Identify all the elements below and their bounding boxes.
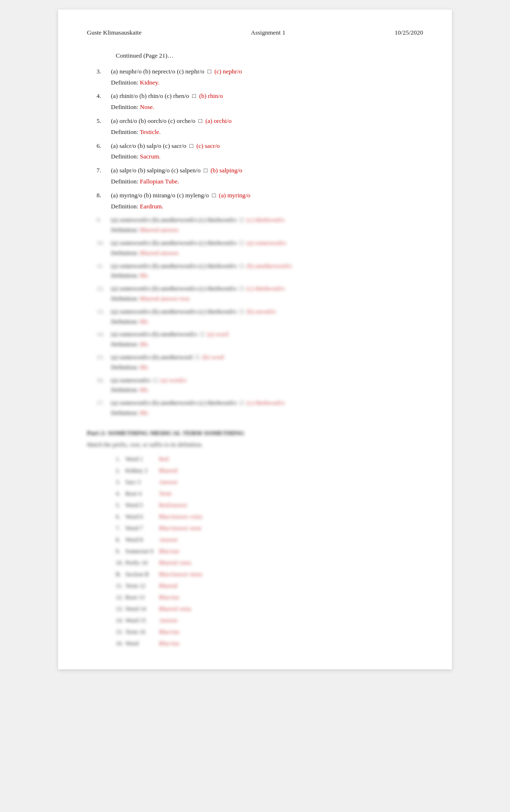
q3-text: (a) neuphr/o (b) neprect/o (c) nephr/o □… (111, 67, 423, 77)
q3-body: (a) neuphr/o (b) neprect/o (c) nephr/o □… (111, 67, 423, 88)
q5-def-answer: Testicle. (140, 128, 161, 135)
submission-date: 10/25/2020 (395, 29, 423, 36)
q11-def: Definition: Blr. (111, 271, 423, 281)
q9-def: Definition: Blurred answer. (111, 225, 423, 235)
blurred-q14: 14. (a) someword/o (b) anotherword/o □ (… (87, 329, 423, 350)
q16-def: Definition: Blr. (111, 385, 423, 395)
q8-number: 8. (97, 191, 111, 212)
section2-subtitle: Match the prefix, root, or suffix to its… (87, 440, 423, 449)
q13-body: (a) someword/o (b) anotherword/o (c) thi… (111, 307, 423, 327)
blurred-q12: 12. (a) someword/o (b) anotherword/o (c)… (87, 284, 423, 304)
q9-body: (a) someword/o (b) anotherword/o (c) thi… (111, 215, 423, 235)
list-item-11: 11. Term 12 Blurred (116, 581, 423, 591)
q8-answer: (a) myring/o (219, 192, 250, 199)
list-item-1: 1. Word 1 Red (116, 454, 423, 464)
q10-text: (a) someword/o (b) anotherword/o (c) thi… (111, 238, 423, 248)
list-item-10: 10. Prefix 10 Blurred extra (116, 558, 423, 568)
blurred-questions: 9. (a) someword/o (b) anotherword/o (c) … (87, 215, 423, 418)
list-item-15: 15. Term 16 BlurAns (116, 627, 423, 637)
list-item-4: 4. Root 4 Term (116, 489, 423, 498)
q17-body: (a) someword/o (b) anotherword/o (c) thi… (111, 398, 423, 418)
q6-def-answer: Sacrum. (140, 153, 160, 160)
q6-body: (a) salcr/o (b) salp/o (c) sacr/o □ (c) … (111, 141, 423, 162)
list-item-12: 12. Root 13 BlurAns (116, 593, 423, 602)
q5-number: 5. (97, 116, 111, 137)
q10-number: 10. (97, 238, 111, 258)
q10-def: Definition: Blurred answer. (111, 248, 423, 258)
q17-text: (a) someword/o (b) anotherword/o (c) thi… (111, 398, 423, 408)
blurred-q11: 11. (a) someword/o (b) anotherword/o (c)… (87, 261, 423, 281)
q12-text: (a) someword/o (b) anotherword/o (c) thi… (111, 284, 423, 294)
q16-text: (a) someword/o □ (a) word/o (111, 376, 423, 386)
q8-def-answer: Eardrum. (140, 203, 163, 210)
question-3: 3. (a) neuphr/o (b) neprect/o (c) nephr/… (87, 67, 423, 88)
page-content: Continued (Page 21)… 3. (a) neuphr/o (b)… (87, 51, 423, 648)
q17-def: Definition: Blr. (111, 408, 423, 418)
list-item-6: 6. Word 6 BlurAnswer extra (116, 512, 423, 521)
list-item-3: 3. Sacr 3 Answer (116, 477, 423, 487)
q12-body: (a) someword/o (b) anotherword/o (c) thi… (111, 284, 423, 304)
q15-body: (a) someword/o (b) anotherword □ (b) wor… (111, 352, 423, 373)
list-item-7: 7. Word 7 BlurAnswer term (116, 523, 423, 533)
q9-number: 9. (97, 215, 111, 235)
q6-text: (a) salcr/o (b) salp/o (c) sacr/o □ (c) … (111, 141, 423, 151)
list-item-8: 8. Word 8 Answer (116, 535, 423, 545)
blurred-q13: 13. (a) someword/o (b) anotherword/o (c)… (87, 307, 423, 327)
blurred-q16: 16. (a) someword/o □ (a) word/o Definiti… (87, 376, 423, 396)
list-item-5: 5. Word 5 RedAnswer (116, 500, 423, 510)
q8-body: (a) myring/o (b) mirang/o (c) myleng/o □… (111, 191, 423, 212)
blurred-q17: 17. (a) someword/o (b) anotherword/o (c)… (87, 398, 423, 418)
q14-number: 14. (97, 329, 111, 350)
list-item-2: 2. Kidney 2 Blurred (116, 466, 423, 475)
question-5: 5. (a) orchi/o (b) oorch/o (c) orche/o □… (87, 116, 423, 137)
q4-body: (a) rhinit/o (b) rhin/o (c) rhen/o □ (b)… (111, 91, 423, 112)
q7-definition: Definition: Fallopian Tube. (111, 177, 423, 187)
question-8: 8. (a) myring/o (b) mirang/o (c) myleng/… (87, 191, 423, 212)
q14-body: (a) someword/o (b) anotherword/o □ (a) w… (111, 329, 423, 350)
document-page: Guste Klimasauskaite Assignment 1 10/25/… (58, 10, 452, 669)
q7-body: (a) salpr/o (b) salping/o (c) salpen/o □… (111, 166, 423, 187)
question-7: 7. (a) salpr/o (b) salping/o (c) salpen/… (87, 166, 423, 187)
question-4: 4. (a) rhinit/o (b) rhin/o (c) rhen/o □ … (87, 91, 423, 112)
q5-definition: Definition: Testicle. (111, 127, 423, 137)
q13-number: 13. (97, 307, 111, 327)
list-section: 1. Word 1 Red 2. Kidney 2 Blurred 3. Sac… (87, 454, 423, 648)
q14-def: Definition: Blr. (111, 339, 423, 350)
q6-definition: Definition: Sacrum. (111, 152, 423, 162)
q4-def-answer: Nose. (140, 103, 154, 110)
list-item-9: 9. Someroot 9 BlurAns (116, 546, 423, 556)
q4-answer: (b) rhin/o (199, 92, 223, 99)
q16-body: (a) someword/o □ (a) word/o Definition: … (111, 376, 423, 396)
question-6: 6. (a) salcr/o (b) salp/o (c) sacr/o □ (… (87, 141, 423, 162)
q8-text: (a) myring/o (b) mirang/o (c) myleng/o □… (111, 191, 423, 201)
q10-body: (a) someword/o (b) anotherword/o (c) thi… (111, 238, 423, 258)
page-header: Guste Klimasauskaite Assignment 1 10/25/… (87, 29, 423, 36)
list-item-14: 14. Word 15 Answer (116, 616, 423, 625)
q9-text: (a) someword/o (b) anotherword/o (c) thi… (111, 215, 423, 225)
q3-definition: Definition: Kidney. (111, 78, 423, 88)
q13-def: Definition: Blr. (111, 317, 423, 327)
q5-body: (a) orchi/o (b) oorch/o (c) orche/o □ (a… (111, 116, 423, 137)
q3-number: 3. (97, 67, 111, 88)
q14-text: (a) someword/o (b) anotherword/o □ (a) w… (111, 329, 423, 339)
q4-definition: Definition: Nose. (111, 102, 423, 112)
q8-definition: Definition: Eardrum. (111, 202, 423, 212)
q11-text: (a) someword/o (b) anotherword/o (c) thi… (111, 261, 423, 271)
q7-text: (a) salpr/o (b) salping/o (c) salpen/o □… (111, 166, 423, 176)
q5-answer: (a) orchi/o (206, 117, 232, 124)
assignment-title: Assignment 1 (251, 29, 285, 36)
student-name: Guste Klimasauskaite (87, 29, 142, 36)
list-item-16: 16. Word BlurAns (116, 639, 423, 648)
q13-text: (a) someword/o (b) anotherword/o (c) thi… (111, 307, 423, 317)
blurred-q10: 10. (a) someword/o (b) anotherword/o (c)… (87, 238, 423, 258)
q7-number: 7. (97, 166, 111, 187)
list-item-13: 13. Word 14 Blurred extra (116, 604, 423, 614)
q6-answer: (c) sacr/o (196, 142, 220, 149)
q6-number: 6. (97, 141, 111, 162)
q3-answer: (c) nephr/o (214, 68, 242, 75)
q7-def-answer: Fallopian Tube. (140, 178, 179, 185)
q11-body: (a) someword/o (b) anotherword/o (c) thi… (111, 261, 423, 281)
q4-text: (a) rhinit/o (b) rhin/o (c) rhen/o □ (b)… (111, 91, 423, 101)
blurred-q15: 15. (a) someword/o (b) anotherword □ (b)… (87, 352, 423, 373)
q3-def-answer: Kidney. (140, 79, 159, 86)
